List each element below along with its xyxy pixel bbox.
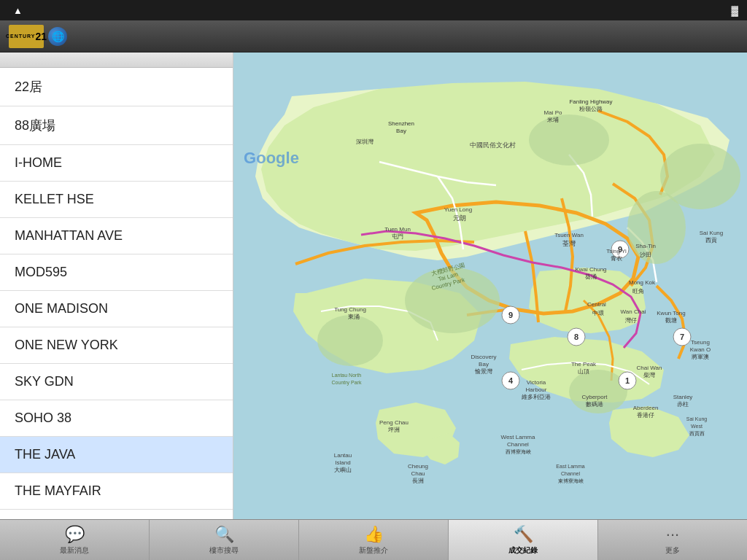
tab-label-4: 更多 — [665, 545, 680, 556]
svg-text:旺角: 旺角 — [632, 288, 644, 295]
svg-text:Kwun Tong: Kwun Tong — [657, 310, 685, 316]
svg-text:Tsuen Wan: Tsuen Wan — [554, 232, 584, 238]
svg-text:Google: Google — [244, 149, 299, 167]
svg-text:荃灣: 荃灣 — [562, 240, 576, 247]
tab-item-1[interactable]: 🔍樓市搜尋 — [150, 520, 299, 560]
svg-text:Channel: Channel — [561, 471, 581, 476]
svg-text:Channel: Channel — [507, 441, 529, 448]
tab-item-0[interactable]: 💬最新消息 — [0, 520, 150, 560]
list-item[interactable]: I-HOME — [0, 145, 233, 182]
tab-icon-3: 🔨 — [514, 525, 533, 544]
property-list: 22居88廣場I-HOMEKELLET HSEMANHATTAN AVEMOD5… — [0, 68, 233, 519]
logo-container: CENTURY 21 🌐 — [9, 25, 71, 48]
svg-text:愉景灣: 愉景灣 — [474, 368, 492, 375]
tab-item-4[interactable]: ···更多 — [598, 520, 747, 560]
svg-text:Wan Chai: Wan Chai — [621, 308, 646, 315]
list-item[interactable]: THE MAYFAIR — [0, 473, 233, 510]
svg-text:The Peak: The Peak — [571, 361, 597, 368]
svg-text:Yuen Long: Yuen Long — [444, 206, 472, 213]
sidebar-title — [0, 52, 233, 68]
svg-text:Kwai Chung: Kwai Chung — [575, 266, 606, 273]
svg-text:青衣: 青衣 — [611, 255, 622, 262]
svg-text:Kwan O: Kwan O — [690, 346, 711, 353]
svg-text:Mai Po: Mai Po — [544, 109, 562, 116]
svg-text:Fanling Highway: Fanling Highway — [569, 98, 612, 105]
svg-text:西貢: 西貢 — [705, 237, 717, 244]
svg-text:Peng Chau: Peng Chau — [379, 419, 409, 426]
century21-logo: CENTURY 21 — [9, 25, 44, 48]
svg-text:Aberdeen: Aberdeen — [633, 405, 659, 411]
tab-label-3: 成交紀錄 — [508, 545, 538, 556]
svg-text:4: 4 — [508, 376, 514, 385]
tab-label-1: 樓市搜尋 — [209, 545, 239, 556]
sidebar: 22居88廣場I-HOMEKELLET HSEMANHATTAN AVEMOD5… — [0, 52, 233, 519]
status-left: ▲ — [9, 5, 23, 16]
svg-text:Harbour: Harbour — [526, 386, 547, 393]
svg-text:Stanley: Stanley — [673, 394, 693, 400]
main-content: 22居88廣場I-HOMEKELLET HSEMANHATTAN AVEMOD5… — [0, 52, 747, 519]
tab-item-2[interactable]: 👍新盤推介 — [299, 520, 449, 560]
svg-text:West Lamma: West Lamma — [501, 434, 536, 440]
tab-label-0: 最新消息 — [60, 545, 89, 556]
list-item[interactable]: ONE MADISON — [0, 291, 233, 327]
svg-text:柴灣: 柴灣 — [643, 372, 655, 378]
svg-text:長洲: 長洲 — [412, 478, 424, 484]
tab-icon-4: ··· — [666, 525, 679, 544]
svg-text:屯門: 屯門 — [392, 233, 403, 240]
tab-icon-2: 👍 — [364, 525, 384, 544]
svg-text:Tung Chung: Tung Chung — [334, 306, 366, 313]
tab-icon-0: 💬 — [65, 525, 85, 544]
svg-point-3 — [660, 144, 740, 209]
map-area[interactable]: 9 9 8 4 1 7 中國民俗文化村 Shenzhen Bay 深圳灣 Fan… — [233, 52, 747, 519]
list-item[interactable]: ONE NEW YORK — [0, 327, 233, 364]
svg-text:山頂: 山頂 — [578, 368, 589, 375]
svg-text:數碼港: 數碼港 — [586, 401, 603, 408]
svg-point-5 — [317, 315, 383, 366]
svg-text:Lantau: Lantau — [334, 452, 352, 459]
list-item[interactable]: MANHATTAN AVE — [0, 218, 233, 254]
svg-text:粉嶺公路: 粉嶺公路 — [579, 106, 603, 112]
svg-text:深圳灣: 深圳灣 — [356, 139, 374, 145]
svg-text:Lantau North: Lantau North — [332, 373, 362, 378]
svg-text:8: 8 — [574, 332, 578, 341]
list-item[interactable]: KELLET HSE — [0, 182, 233, 218]
wifi-icon: ▲ — [13, 5, 23, 16]
list-item[interactable]: 88廣場 — [0, 106, 233, 145]
list-item[interactable]: Y.I. — [0, 510, 233, 519]
list-item[interactable]: MOD595 — [0, 254, 233, 291]
svg-text:1: 1 — [625, 376, 630, 385]
app-header: CENTURY 21 🌐 — [0, 20, 747, 52]
list-item[interactable]: 22居 — [0, 68, 233, 106]
tab-container: 💬最新消息🔍樓市搜尋👍新盤推介🔨成交紀錄···更多 — [0, 520, 747, 560]
svg-point-1 — [529, 114, 609, 166]
svg-text:沙田: 沙田 — [640, 252, 651, 258]
svg-text:西貢西: 西貢西 — [689, 431, 705, 437]
svg-text:大嶼山: 大嶼山 — [334, 467, 352, 473]
svg-text:元朗: 元朗 — [453, 214, 466, 222]
svg-text:觀塘: 觀塘 — [665, 317, 677, 324]
svg-text:Tsing Yi: Tsing Yi — [606, 248, 627, 254]
svg-text:Mong Kok: Mong Kok — [629, 279, 656, 286]
svg-text:中環: 中環 — [592, 310, 604, 316]
svg-text:Tuen Mun: Tuen Mun — [384, 226, 411, 233]
svg-text:將軍澳: 將軍澳 — [692, 354, 709, 360]
svg-text:Shenzhen: Shenzhen — [388, 120, 414, 127]
svg-text:中國民俗文化村: 中國民俗文化村 — [470, 141, 516, 149]
svg-text:東涌: 東涌 — [348, 314, 360, 320]
svg-text:灣仔: 灣仔 — [625, 317, 637, 324]
svg-text:9: 9 — [508, 311, 513, 319]
tab-label-2: 新盤推介 — [359, 545, 388, 556]
svg-text:維多利亞港: 維多利亞港 — [521, 394, 551, 400]
list-item[interactable]: SKY GDN — [0, 364, 233, 400]
svg-text:Country Park: Country Park — [332, 380, 362, 386]
list-item[interactable]: SOHO 38 — [0, 400, 233, 437]
tab-icon-1: 🔍 — [214, 525, 234, 544]
svg-text:Island: Island — [335, 459, 350, 466]
list-item[interactable]: THE JAVA — [0, 437, 233, 473]
status-bar: ▲ ▓ — [0, 0, 747, 20]
svg-text:East Lamma: East Lamma — [556, 464, 584, 469]
svg-text:西博寮海峽: 西博寮海峽 — [506, 449, 531, 454]
tab-item-3[interactable]: 🔨成交紀錄 — [449, 520, 598, 560]
status-right: ▓ — [727, 5, 738, 16]
svg-text:Discovery: Discovery — [471, 354, 496, 360]
